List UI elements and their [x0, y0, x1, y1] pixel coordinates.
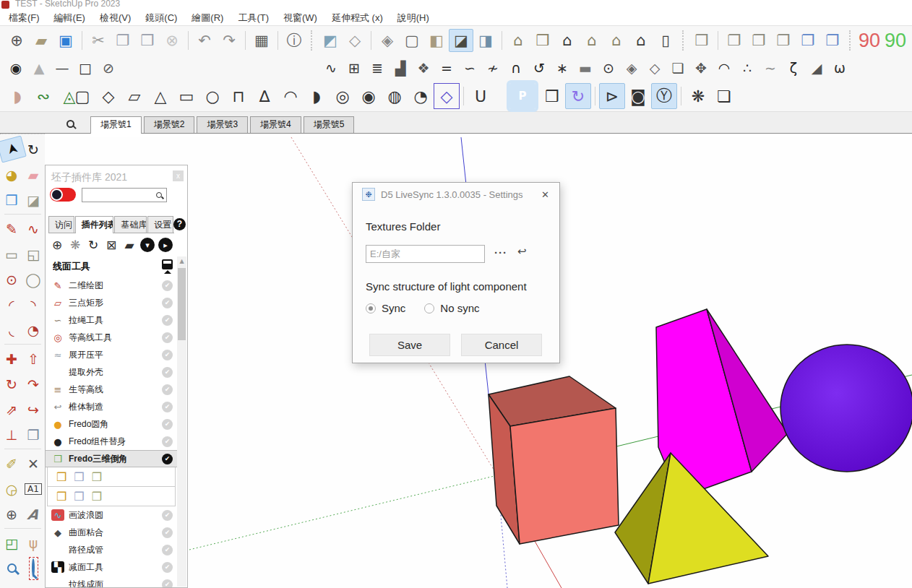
menu-extensions[interactable]: 延伸程式 (x)	[324, 10, 390, 25]
plugin-loaded-check-icon[interactable]: ✔	[162, 280, 173, 291]
hand-rake-icon[interactable]: ω	[828, 57, 851, 79]
scroll-up-icon[interactable]: ▲	[177, 256, 186, 267]
plugin-loaded-check-icon[interactable]: ✔	[162, 579, 173, 588]
plugin-loaded-check-icon[interactable]: ✔	[162, 545, 173, 555]
purple-sphere[interactable]	[780, 345, 912, 472]
box-pick-icon[interactable]: ❏	[666, 57, 689, 79]
pp-refresh-icon[interactable]: ↻	[86, 238, 100, 252]
circle-tool-icon[interactable]: ⊙	[1, 267, 22, 292]
browse-button[interactable]: ···	[494, 246, 507, 259]
shape-torus-icon[interactable]: ◎	[330, 83, 356, 109]
style-hiddenline-icon[interactable]: ▢	[400, 29, 424, 52]
line-tool-icon[interactable]: —	[51, 57, 74, 79]
spiral-z-icon[interactable]: ζ	[782, 57, 805, 79]
disable-icon[interactable]: ⊘	[97, 57, 120, 79]
d5-livesync-icon[interactable]: P	[509, 83, 535, 109]
text-tool-icon[interactable]: A1	[22, 476, 44, 501]
shape-dome-icon[interactable]: ◠	[278, 83, 304, 109]
plugin-item-row[interactable]: ◎等高线工具✔	[46, 329, 177, 346]
plugin-item-row[interactable]: ≈展开压平✔	[46, 346, 177, 363]
dimension-tool-icon[interactable]: ✕	[22, 451, 44, 476]
three-d-text-tool-icon[interactable]: A	[20, 501, 46, 527]
tape-measure-tool-icon[interactable]: ✐	[1, 451, 22, 476]
pp-tab-base-lib[interactable]: 基础库	[114, 216, 147, 233]
save-button[interactable]: Save	[369, 334, 450, 356]
plugin-item-row[interactable]: ●Fredo圆角✔	[46, 415, 177, 433]
zoom-window-tool-icon[interactable]	[22, 555, 44, 581]
diamond-grid-icon[interactable]: ◈	[620, 57, 643, 79]
pp-file-remove-icon[interactable]: ⊠	[104, 238, 119, 252]
d5-export-icon[interactable]: ❏	[711, 83, 737, 109]
shape-slanted-icon[interactable]: ▱	[121, 83, 147, 109]
rotate-tool-icon[interactable]: ↻	[1, 371, 22, 397]
shell-icon[interactable]: ◗	[4, 83, 30, 109]
hand-diamond-icon[interactable]: ❖	[412, 57, 435, 79]
pp-tab-access[interactable]: 访问	[48, 216, 74, 233]
style-monochrome-icon[interactable]: ◨	[473, 29, 498, 52]
shape-geosphere-icon[interactable]: ◍	[382, 83, 408, 109]
style-wireframe-icon[interactable]: ◇	[343, 29, 367, 52]
plugin-loaded-check-icon[interactable]: ✔	[162, 562, 173, 573]
save-icon[interactable]: ▣	[53, 29, 78, 52]
pencil-tool-icon[interactable]: ✎	[1, 216, 22, 241]
shape-selected-icon[interactable]: ◇	[434, 83, 460, 109]
offset-tool-icon[interactable]: ↪	[22, 397, 44, 422]
arc-tool-icon[interactable]: ◜	[1, 292, 22, 317]
pp-folder-icon[interactable]: ▰	[122, 238, 137, 252]
tab-scene-1[interactable]: 場景號1	[90, 116, 142, 134]
shape-sphere-icon[interactable]: ○	[199, 83, 225, 109]
shape-half-cylinder-icon[interactable]: ◗	[304, 83, 330, 109]
curve-pin-arrow-icon[interactable]: ≁	[481, 57, 504, 79]
menu-view[interactable]: 檢視(V)	[93, 10, 138, 25]
follow-me-tool-icon[interactable]: ↷	[22, 371, 44, 397]
plugin-item-row[interactable]: ∽拉绳工具✔	[46, 311, 177, 329]
plugin-loaded-check-icon[interactable]: ✔	[162, 384, 173, 395]
open-folder-icon[interactable]: ▰	[29, 29, 53, 52]
scrollbar-thumb[interactable]	[178, 268, 186, 340]
shape-frustum-icon[interactable]: ▭	[173, 83, 199, 109]
menu-draw[interactable]: 繪圖(R)	[184, 10, 231, 25]
plugin-item-row[interactable]: ↩椎体制造✔	[46, 398, 177, 415]
section-plane-tool-icon[interactable]: ◰	[1, 530, 22, 555]
pp-tab-settings[interactable]: 设置	[147, 216, 173, 233]
cone-tool-icon[interactable]: ▲	[27, 57, 51, 79]
view-door-icon[interactable]: ▯	[653, 29, 678, 52]
point-tool-icon[interactable]: ◉	[4, 57, 27, 79]
axes-tool-icon[interactable]: ⊥	[1, 422, 22, 447]
diamond-up-icon[interactable]: ◇	[643, 57, 666, 79]
protractor-tool-icon[interactable]: ◶	[1, 476, 22, 501]
sync-radio[interactable]	[366, 303, 376, 314]
component-b-icon[interactable]: ❐	[747, 29, 771, 52]
d5-settings-gear-icon[interactable]: ❋	[685, 83, 711, 109]
angle-red-value[interactable]: 90	[856, 29, 882, 52]
paste-icon[interactable]: ❒	[135, 29, 160, 52]
cube-button-icon[interactable]: ❒	[56, 470, 66, 484]
plugin-loaded-check-icon[interactable]: ✔	[162, 419, 173, 430]
stairs-icon[interactable]: ≣	[366, 57, 389, 79]
component-e-icon[interactable]: ❐	[820, 29, 845, 52]
copy-icon[interactable]: ❐	[111, 29, 135, 52]
double-rail-icon[interactable]: =	[435, 57, 458, 79]
plugin-loaded-check-icon[interactable]: ✔	[162, 332, 173, 343]
tab-scene-4[interactable]: 場景號4	[250, 116, 301, 133]
freehand-tool-icon[interactable]: ∿	[22, 216, 44, 241]
wave-line-icon[interactable]: ∼	[759, 57, 782, 79]
node-star-icon[interactable]: ∗	[551, 57, 574, 79]
cut-icon[interactable]: ✂	[86, 29, 111, 52]
cube-button-icon[interactable]: ❒	[74, 470, 84, 484]
u-tool-icon[interactable]: U	[468, 83, 494, 109]
menu-camera[interactable]: 鏡頭(C)	[138, 10, 184, 25]
plugin-help-icon[interactable]: ?	[173, 218, 186, 230]
tab-scene-3[interactable]: 場景號3	[197, 116, 248, 133]
curve-arrow-icon[interactable]: ∽	[458, 57, 481, 79]
cancel-button[interactable]: Cancel	[461, 334, 542, 356]
pan-tool-icon[interactable]: ψ	[22, 530, 44, 555]
plugin-item-row[interactable]: ∿画波浪圆✔	[46, 506, 177, 524]
plugin-item-row[interactable]: ❒Fredo三维倒角✔	[46, 450, 177, 467]
component-tool-icon[interactable]: ❒	[1, 187, 22, 212]
plugin-loaded-check-icon[interactable]: ✔	[162, 510, 173, 521]
arch-solid-icon[interactable]: ◠	[713, 57, 736, 79]
component-a-icon[interactable]: ❐	[722, 29, 747, 52]
plugin-panel-close-icon[interactable]: x	[173, 170, 184, 181]
plugin-loaded-check-icon[interactable]: ✔	[162, 436, 173, 447]
